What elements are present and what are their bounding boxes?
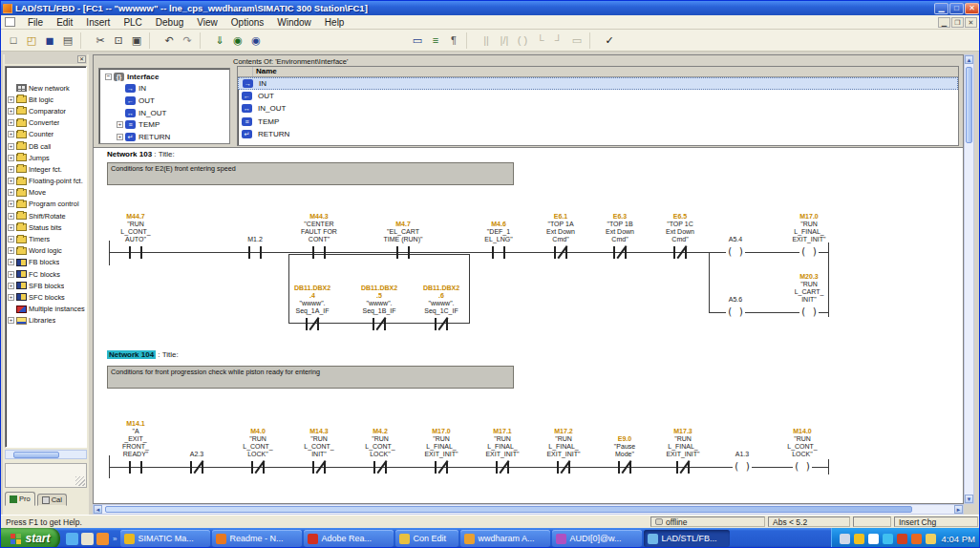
copy-icon[interactable]: ⊡ [110,32,127,49]
catalog-hscrollbar[interactable] [5,450,87,459]
ladder-canvas[interactable]: Network 103 : Title:Conditions for E2(E)… [93,147,964,504]
network-title[interactable]: : Title: [152,150,175,158]
contact-nc-M17.2[interactable] [557,461,570,474]
contact-nc-M17.0[interactable] [435,461,448,474]
coil-A5.6[interactable]: ( ) [726,306,745,318]
column-header-name[interactable]: Name [253,67,958,76]
catalog-item-converter[interactable]: +Converter [6,117,86,129]
contact-nc-M14.3[interactable] [312,461,326,474]
task-button-adobe-rea[interactable]: Adobe Rea... [304,530,394,547]
comment-icon[interactable]: ¶ [445,32,462,49]
scroll-right-icon[interactable]: ► [954,505,963,514]
task-button-simatic-ma[interactable]: SIMATIC Ma... [120,530,210,547]
mdi-close-button[interactable]: ✕ [965,17,977,28]
task-button-lad-stl-fb[interactable]: LAD/STL/FB... [644,530,730,547]
coil-A1.3[interactable]: ( ) [733,461,752,473]
cut-icon[interactable]: ✂ [92,32,109,49]
task-button-wwdharam-a[interactable]: wwdharam A... [460,530,550,547]
contact-nc-M17.1[interactable] [496,461,509,474]
contact-nc-E6.5[interactable] [673,246,687,259]
print-icon[interactable]: ▤ [59,32,76,49]
tree-param-out[interactable]: +←OUT [99,95,229,107]
network-title[interactable]: : Title: [156,350,179,359]
contact-nc-A2.3[interactable] [190,461,203,474]
expand-icon[interactable]: + [8,236,14,242]
network-header-104[interactable]: Network 104 : Title: [107,350,179,359]
catalog-item-db-call[interactable]: +DB call [6,140,86,152]
download-icon[interactable]: ⇓ [211,32,228,49]
expand-icon[interactable]: + [8,189,14,196]
contact-no-M4.7[interactable] [396,246,410,259]
menu-options[interactable]: Options [224,16,270,29]
contact-no-M14.1[interactable] [129,461,142,474]
expand-icon[interactable]: + [8,143,14,150]
catalog-item-new-network[interactable]: +New network [6,82,86,94]
tree-param-return[interactable]: +↵RETURN [99,131,229,143]
menu-help[interactable]: Help [318,16,352,29]
coil-M14.0[interactable]: ( ) [793,461,812,473]
contact-nc-E9.0[interactable] [618,461,631,474]
catalog-item-sfb-blocks[interactable]: +SFB blocks [6,280,86,291]
expand-icon[interactable]: + [8,259,14,265]
table-row-in[interactable]: →IN [238,77,958,90]
tree-param-in[interactable]: +→IN [99,83,229,95]
resize-grip-icon[interactable] [75,476,85,486]
catalog-item-comparator[interactable]: +Comparator [6,105,86,116]
media-player-icon[interactable] [96,533,109,545]
messenger-icon[interactable] [911,534,922,544]
network-comment-103[interactable]: Conditions for E2(E) front entering spee… [107,162,514,185]
coil-M20.3[interactable]: ( ) [799,306,819,318]
task-button-audi-0-w[interactable]: AUDI[0]@w... [552,530,642,547]
tab-program-elements[interactable]: Pro [5,492,35,506]
open-icon[interactable]: ◰ [23,32,40,49]
mdi-minimize-button[interactable]: ▁ [938,17,950,28]
catalog-item-fb-blocks[interactable]: +FB blocks [6,257,86,268]
minimize-button[interactable]: ▁ [934,3,948,14]
expand-icon[interactable]: + [8,166,14,173]
tree-param-temp[interactable]: +≡TEMP [99,118,229,131]
expand-icon[interactable]: + [8,317,14,324]
catalog-item-fc-blocks[interactable]: +FC blocks [6,268,86,280]
vertical-scrollbar[interactable]: ▲ ▼ [964,54,974,504]
catalog-item-timers[interactable]: +Timers [6,233,86,244]
contact-nc-M4.2[interactable] [373,461,387,474]
program-elements-icon[interactable]: ≡ [427,32,444,49]
contact-no-M4.6[interactable] [492,246,505,259]
check-icon[interactable]: ✓ [601,32,618,49]
ie-icon[interactable] [66,533,78,545]
network-comment-104[interactable]: Conditions for front progression check w… [107,366,514,389]
maximize-button[interactable]: □ [949,3,964,14]
coil-M17.0[interactable]: ( ) [799,246,819,258]
catalog-item-word-logic[interactable]: +Word logic [6,245,86,257]
catalog-item-jumps[interactable]: +Jumps [6,152,86,163]
catalog-item-shift-rotate[interactable]: +Shift/Rotate [6,210,86,221]
scroll-down-icon[interactable]: ▼ [965,495,973,503]
expand-icon[interactable]: + [8,131,14,137]
tree-param-in-out[interactable]: +↔IN_OUT [99,107,229,119]
expand-icon[interactable]: + [8,294,14,301]
menu-insert[interactable]: Insert [79,16,117,29]
interface-root[interactable]: −{}Interface [99,71,229,83]
menu-plc[interactable]: PLC [117,16,148,29]
catalog-item-floating-point-fct[interactable]: +Floating-point fct. [6,176,86,187]
expand-icon[interactable]: + [8,178,14,184]
catalog-item-bit-logic[interactable]: +Bit logic [6,94,86,105]
expand-icon[interactable]: + [117,121,123,128]
network-name[interactable]: Network 104 [107,350,156,359]
close-button[interactable]: ✕ [965,3,979,14]
menu-debug[interactable]: Debug [149,16,190,29]
volume-icon[interactable] [868,534,879,544]
catalog-item-counter[interactable]: +Counter [6,129,86,140]
catalog-item-libraries[interactable]: +Libraries [6,315,86,327]
expand-icon[interactable]: + [8,155,14,161]
save-icon[interactable]: ◼ [41,32,58,49]
contact-no-M1.2[interactable] [248,246,262,259]
usb-icon[interactable] [926,534,936,544]
redo-icon[interactable]: ↷ [179,32,196,49]
scroll-up-icon[interactable]: ▲ [965,55,973,64]
horizontal-scrollbar[interactable]: ◄ ► [93,504,964,515]
network-status-icon[interactable] [883,534,893,544]
contact-nc-DB11.DBX2.4[interactable] [306,318,319,330]
catalog-close-icon[interactable]: ✕ [77,55,86,63]
catalog-item-program-control[interactable]: +Program control [6,199,86,210]
